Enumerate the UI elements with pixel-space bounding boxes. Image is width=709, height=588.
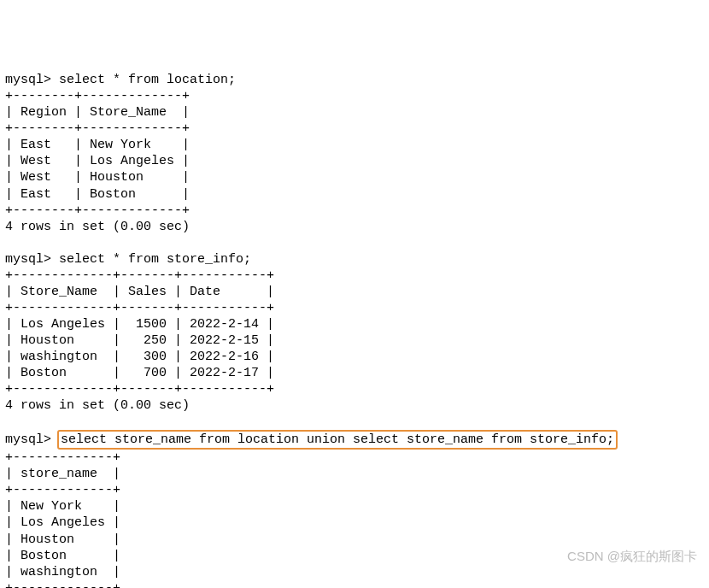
table3-border-bot: +-------------+ <box>5 581 120 588</box>
query-3: select store_name from location union se… <box>61 432 614 447</box>
table2-header: | Store_Name | Sales | Date | <box>5 285 274 299</box>
table3-border-mid: +-------------+ <box>5 483 120 497</box>
table2-row: | Boston | 700 | 2022-2-17 | <box>5 366 274 380</box>
table3-row: | Houston | <box>5 532 120 547</box>
table2-row: | washington | 300 | 2022-2-16 | <box>5 350 274 364</box>
table1-row: | West | Los Angeles | <box>5 154 190 168</box>
table1-border-bot: +--------+-------------+ <box>5 203 190 218</box>
table2-border-mid: +-------------+-------+-----------+ <box>5 301 274 315</box>
watermark-text: CSDN @疯狂的斯图卡 <box>567 548 697 564</box>
table1-border-top: +--------+-------------+ <box>5 89 190 103</box>
table3-row: | New York | <box>5 499 120 514</box>
mysql-prompt: mysql> <box>5 432 59 447</box>
query-1: select * from location; <box>59 73 236 87</box>
table1-row: | East | Boston | <box>5 187 190 202</box>
table1-border-mid: +--------+-------------+ <box>5 121 190 136</box>
table1-row: | West | Houston | <box>5 170 190 185</box>
table2-footer: 4 rows in set (0.00 sec) <box>5 398 190 413</box>
table3-row: | Los Angeles | <box>5 515 120 530</box>
mysql-prompt: mysql> <box>5 252 59 267</box>
table2-row: | Los Angeles | 1500 | 2022-2-14 | <box>5 317 274 332</box>
query-2: select * from store_info; <box>59 252 251 267</box>
table3-row: | washington | <box>5 565 120 579</box>
mysql-prompt: mysql> <box>5 73 59 87</box>
highlighted-query: select store_name from location union se… <box>57 430 618 450</box>
table2-border-bot: +-------------+-------+-----------+ <box>5 382 274 397</box>
table3-row: | Boston | <box>5 549 120 563</box>
table3-border-top: +-------------+ <box>5 450 120 465</box>
table2-border-top: +-------------+-------+-----------+ <box>5 268 274 283</box>
table2-row: | Houston | 250 | 2022-2-15 | <box>5 333 274 348</box>
table1-footer: 4 rows in set (0.00 sec) <box>5 220 190 234</box>
table1-header: | Region | Store_Name | <box>5 105 190 120</box>
table1-row: | East | New York | <box>5 138 190 152</box>
table3-header: | store_name | <box>5 467 120 481</box>
